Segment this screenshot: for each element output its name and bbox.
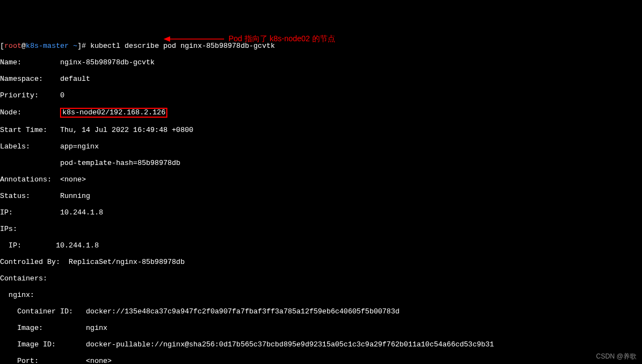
command-text: kubectl describe pod nginx-85b98978db-gc… [90,42,275,50]
terminal-output[interactable]: [root@k8s-master ~]# kubectl describe po… [0,34,642,364]
field-status: Status: Running [0,192,642,200]
field-ips: IPs: [0,225,642,233]
prompt-line: [root@k8s-master ~]# kubectl describe po… [0,42,642,50]
field-ips-sub: IP: 10.244.1.8 [0,241,642,250]
field-priority: Priority: 0 [0,91,642,100]
containers-header: Containers: [0,274,642,283]
field-name: Name: nginx-85b98978db-gcvtk [0,58,642,67]
container-name: nginx: [0,291,642,299]
field-namespace: Namespace: default [0,75,642,83]
container-image: Image: nginx [0,324,642,332]
container-image-id: Image ID: docker-pullable://nginx@sha256… [0,340,642,349]
annotation-label: Pod 指向了 k8s-node02 的节点 [228,35,335,43]
field-start-time: Start Time: Thu, 14 Jul 2022 16:49:48 +0… [0,126,642,134]
watermark: CSDN @养歌 [596,352,636,361]
field-ip: IP: 10.244.1.8 [0,208,642,217]
field-annotations: Annotations: <none> [0,175,642,184]
container-id: Container ID: docker://135e48ca37c9a947f… [0,307,642,316]
node-highlight-box: k8s-node02/192.168.2.126 [60,108,167,118]
container-port: Port: <none> [0,357,642,364]
prompt-user: root [4,42,21,50]
field-controlled-by: Controlled By: ReplicaSet/nginx-85b98978… [0,258,642,266]
field-labels: Labels: app=nginx [0,142,642,151]
field-node: Node: k8s-node02/192.168.2.126 [0,108,642,118]
field-labels-2: pod-template-hash=85b98978db [0,159,642,167]
